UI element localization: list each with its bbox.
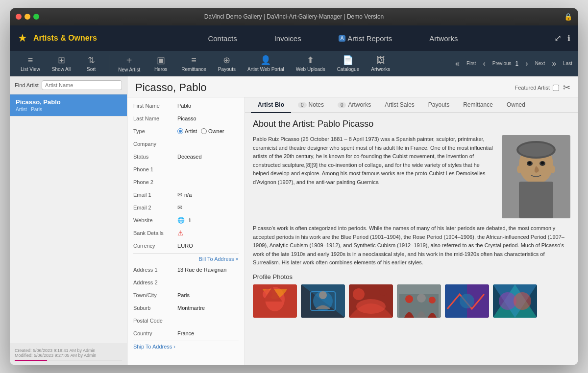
currency-row: Currency EURO (133, 240, 239, 251)
bill-to-address-link[interactable]: Bill To Address × (199, 256, 239, 262)
detail-split: First Name Pablo Last Name Picasso Type … (127, 97, 578, 365)
next-button[interactable]: › (522, 58, 531, 69)
previous-button[interactable]: ‹ (480, 58, 488, 69)
separator-1 (109, 55, 109, 72)
nav-logo: ★ (18, 32, 27, 45)
close-button[interactable] (16, 14, 22, 20)
svg-point-10 (517, 165, 522, 173)
artist-web-portal-button[interactable]: 👤 Artist Web Portal (243, 53, 289, 74)
new-artist-icon: + (126, 55, 132, 66)
sidebar-footer: Created: 5/06/2023 9:18:41 AM by Admin M… (10, 344, 127, 365)
catalogue-button[interactable]: 📄 Catalogue (332, 53, 365, 74)
svg-point-25 (405, 295, 413, 303)
expand-icon[interactable]: ⤢ (554, 33, 562, 44)
artworks-button[interactable]: 🖼 Artworks (366, 53, 395, 74)
artist-photo (502, 135, 570, 218)
photo-thumb-1[interactable] (253, 284, 297, 318)
maximize-button[interactable] (33, 14, 39, 20)
first-name-label: First Name (133, 103, 177, 109)
tab-owned[interactable]: Owned (500, 97, 532, 113)
artist-list-item[interactable]: Picasso, Pablo Artist Paris (10, 94, 127, 117)
company-row: Company (133, 139, 239, 149)
photo-thumb-5[interactable] (445, 284, 489, 318)
nav-contacts[interactable]: Contacts (204, 32, 241, 45)
sort-button[interactable]: ⇅ Sort (77, 53, 105, 74)
featured-artist-label: Featured Artist (514, 85, 550, 91)
remittance-icon: ≡ (191, 55, 196, 66)
traffic-lights (16, 14, 39, 20)
svg-point-18 (319, 291, 327, 299)
minimize-button[interactable] (24, 14, 30, 20)
postal-code-row: Postal Code (133, 315, 239, 326)
email1-value: n/a (184, 192, 192, 198)
tab-artworks[interactable]: 0 Artworks (331, 97, 378, 113)
country-label: Country (133, 330, 177, 336)
nav-artworks[interactable]: Artworks (425, 32, 462, 45)
country-value: France (177, 330, 194, 336)
profile-photos-section: Profile Photos (253, 273, 570, 318)
phone2-row: Phone 2 (133, 177, 239, 187)
address2-label: Address 2 (133, 280, 177, 285)
tab-content-bio: About the Artist: Pablo Picasso Pablo Ru… (245, 113, 578, 365)
heros-button[interactable]: ▣ Heros (147, 53, 174, 74)
type-artist-radio[interactable]: Artist (177, 128, 197, 134)
svg-rect-3 (519, 182, 553, 218)
find-artist-input[interactable] (42, 80, 122, 90)
address1-row: Address 1 13 Rue de Ravignan (133, 264, 239, 275)
status-value: Deceased (177, 154, 202, 160)
svg-point-9 (541, 162, 544, 164)
photo-thumb-2[interactable] (301, 284, 345, 318)
payouts-button[interactable]: ⊕ Payouts (213, 53, 241, 74)
web-uploads-button[interactable]: ⬆ Web Uploads (291, 53, 330, 74)
svg-point-31 (460, 294, 474, 308)
modified-label: Modified: 5/06/2023 9:27:05 AM by Admin (15, 353, 122, 358)
featured-artist-checkbox[interactable] (553, 85, 559, 91)
nav-reports[interactable]: A Artist Reports (335, 32, 396, 45)
divider-1 (133, 253, 239, 254)
svg-point-34 (514, 292, 531, 310)
lock-icon: 🔒 (564, 13, 572, 21)
tab-notes[interactable]: 0 Notes (291, 97, 331, 113)
tab-artist-sales[interactable]: Artist Sales (378, 97, 421, 113)
bank-alert-icon: ⚠ (177, 229, 184, 237)
svg-point-26 (417, 294, 426, 303)
detail-pane: Picasso, Pablo Featured Artist ✂ First N… (127, 76, 578, 365)
artworks-icon: 🖼 (376, 55, 385, 66)
first-name-value: Pablo (177, 103, 191, 109)
website-info-icon: ℹ (189, 217, 191, 224)
tab-artist-bio[interactable]: Artist Bio (251, 97, 291, 113)
nav-section-title[interactable]: Artists & Owners (33, 34, 112, 43)
bio-title: About the Artist: Pablo Picasso (253, 119, 570, 129)
photo-thumb-6[interactable] (493, 284, 537, 318)
town-label: Town/City (133, 292, 177, 298)
nav-right: ⤢ ℹ (554, 33, 570, 44)
ship-to-address-link[interactable]: Ship To Address › (133, 344, 175, 350)
first-button[interactable]: « (452, 58, 463, 69)
info-nav-icon[interactable]: ℹ (567, 34, 570, 43)
list-view-button[interactable]: ≡ List View (16, 53, 45, 74)
last-button[interactable]: » (549, 58, 559, 69)
app-window: DaVinci Demo Gallery | DaVinci-Art-Galle… (10, 8, 578, 365)
photo-thumb-4[interactable] (397, 284, 441, 318)
photo-thumb-3[interactable] (349, 284, 393, 318)
email2-icon: ✉ (177, 204, 182, 211)
show-all-button[interactable]: ⊞ Show All (47, 53, 75, 74)
heros-icon: ▣ (157, 55, 165, 66)
email1-row: Email 1 ✉ n/a (133, 189, 239, 200)
globe-icon: 🌐 (177, 217, 185, 224)
sidebar-progress-bar (15, 360, 47, 361)
remittance-button[interactable]: ≡ Remittance (176, 53, 211, 74)
address1-value: 13 Rue de Ravignan (177, 267, 226, 273)
tab-remittance[interactable]: Remittance (456, 97, 500, 113)
svg-point-27 (429, 297, 436, 303)
new-artist-button[interactable]: + New Artist (113, 53, 145, 74)
tab-payouts[interactable]: Payouts (421, 97, 456, 113)
window-title: DaVinci Demo Gallery | DaVinci-Art-Galle… (204, 13, 384, 20)
nav-invoices[interactable]: Invoices (270, 32, 305, 45)
type-owner-radio[interactable]: Owner (201, 128, 224, 134)
right-panel: Artist Bio 0 Notes 0 Artworks Artist Sal… (245, 97, 578, 365)
suburb-value: Montmartre (177, 305, 205, 311)
bank-details-label: Bank Details (133, 230, 177, 236)
scissors-icon[interactable]: ✂ (563, 82, 570, 93)
email1-label: Email 1 (133, 192, 177, 198)
